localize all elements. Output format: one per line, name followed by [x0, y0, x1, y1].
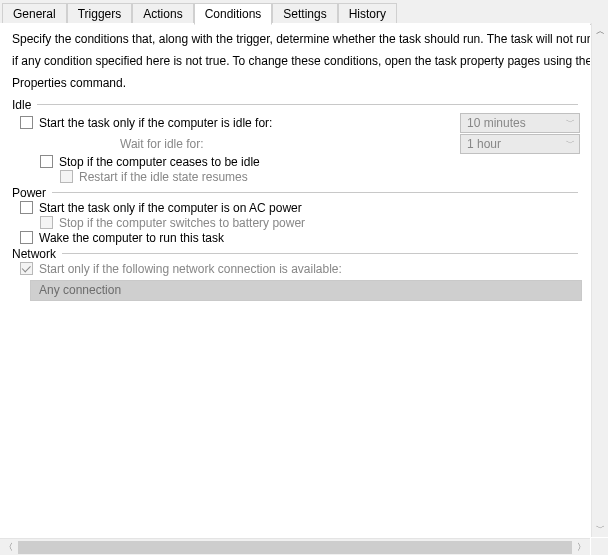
- idle-section-header: Idle: [12, 98, 578, 112]
- checkbox-start-on-ac[interactable]: [20, 201, 33, 214]
- tab-history[interactable]: History: [338, 3, 397, 25]
- chevron-down-icon: ﹀: [566, 116, 575, 129]
- checkbox-wake[interactable]: [20, 231, 33, 244]
- label-restart-if-idle: Restart if the idle state resumes: [79, 170, 248, 184]
- scroll-right-arrow-icon[interactable]: 〉: [573, 539, 590, 556]
- tab-triggers[interactable]: Triggers: [67, 3, 133, 25]
- combo-wait-duration-value: 1 hour: [467, 137, 501, 151]
- scroll-down-arrow-icon[interactable]: ﹀: [592, 520, 608, 537]
- label-wait-for-idle: Wait for idle for:: [120, 137, 204, 151]
- combo-network-connection[interactable]: Any connection: [30, 280, 582, 301]
- combo-network-connection-value: Any connection: [39, 283, 121, 297]
- checkbox-stop-if-not-idle[interactable]: [40, 155, 53, 168]
- conditions-panel: Specify the conditions that, along with …: [0, 23, 590, 537]
- label-start-if-idle: Start the task only if the computer is i…: [39, 116, 272, 130]
- intro-line-3: Properties command.: [12, 75, 578, 91]
- idle-header-line: [37, 104, 578, 105]
- tab-conditions[interactable]: Conditions: [194, 3, 273, 25]
- power-section-header: Power: [12, 186, 578, 200]
- network-section-header: Network: [12, 247, 578, 261]
- label-start-if-network: Start only if the following network conn…: [39, 262, 342, 276]
- idle-header-label: Idle: [12, 98, 37, 112]
- network-header-label: Network: [12, 247, 62, 261]
- network-header-line: [62, 253, 578, 254]
- tab-bar: General Triggers Actions Conditions Sett…: [0, 0, 608, 25]
- tab-settings[interactable]: Settings: [272, 3, 337, 25]
- vertical-scrollbar[interactable]: ︿ ﹀: [591, 23, 608, 537]
- checkbox-start-if-network[interactable]: [20, 262, 33, 275]
- label-start-on-ac: Start the task only if the computer is o…: [39, 201, 302, 215]
- scroll-up-arrow-icon[interactable]: ︿: [592, 23, 608, 40]
- combo-wait-duration[interactable]: 1 hour ﹀: [460, 134, 580, 154]
- scrollbar-corner: [591, 538, 608, 555]
- checkbox-restart-if-idle[interactable]: [60, 170, 73, 183]
- power-header-line: [52, 192, 578, 193]
- label-stop-if-not-idle: Stop if the computer ceases to be idle: [59, 155, 260, 169]
- label-wake: Wake the computer to run this task: [39, 231, 224, 245]
- intro-line-2: if any condition specified here is not t…: [12, 53, 578, 69]
- combo-idle-duration[interactable]: 10 minutes ﹀: [460, 113, 580, 133]
- horizontal-scroll-thumb[interactable]: [18, 541, 572, 554]
- tab-general[interactable]: General: [2, 3, 67, 25]
- intro-line-1: Specify the conditions that, along with …: [12, 31, 578, 47]
- combo-idle-duration-value: 10 minutes: [467, 116, 526, 130]
- label-stop-on-battery: Stop if the computer switches to battery…: [59, 216, 305, 230]
- horizontal-scrollbar[interactable]: 〈 〉: [0, 538, 590, 555]
- scroll-left-arrow-icon[interactable]: 〈: [0, 539, 17, 556]
- chevron-down-icon: ﹀: [566, 137, 575, 150]
- tab-actions[interactable]: Actions: [132, 3, 193, 25]
- power-header-label: Power: [12, 186, 52, 200]
- checkbox-start-if-idle[interactable]: [20, 116, 33, 129]
- checkbox-stop-on-battery[interactable]: [40, 216, 53, 229]
